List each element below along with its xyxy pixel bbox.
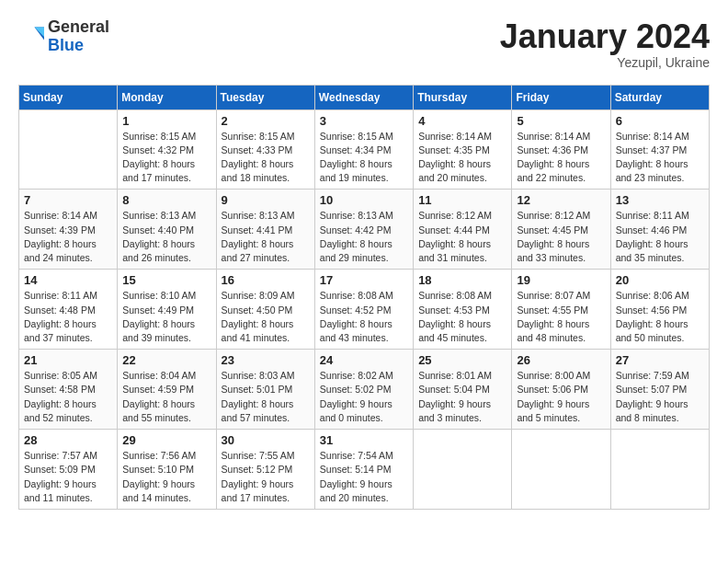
day-number: 24	[320, 353, 408, 367]
day-info: Sunrise: 8:12 AMSunset: 4:45 PMDaylight:…	[517, 209, 605, 265]
calendar-header-row: SundayMondayTuesdayWednesdayThursdayFrid…	[19, 85, 710, 109]
weekday-header: Thursday	[414, 85, 512, 109]
calendar-cell: 2Sunrise: 8:15 AMSunset: 4:33 PMDaylight…	[216, 109, 314, 190]
day-info: Sunrise: 7:59 AMSunset: 5:07 PMDaylight:…	[616, 369, 704, 425]
day-number: 6	[616, 114, 704, 128]
day-number: 17	[320, 273, 408, 287]
calendar-week-row: 28Sunrise: 7:57 AMSunset: 5:09 PMDayligh…	[19, 430, 710, 510]
day-info: Sunrise: 8:15 AMSunset: 4:33 PMDaylight:…	[222, 130, 310, 186]
calendar-cell: 23Sunrise: 8:03 AMSunset: 5:01 PMDayligh…	[216, 350, 314, 430]
day-info: Sunrise: 8:08 AMSunset: 4:52 PMDaylight:…	[320, 289, 408, 345]
calendar-table: SundayMondayTuesdayWednesdayThursdayFrid…	[18, 85, 710, 510]
day-info: Sunrise: 8:13 AMSunset: 4:42 PMDaylight:…	[320, 209, 408, 265]
day-number: 27	[616, 353, 704, 367]
calendar-cell: 27Sunrise: 7:59 AMSunset: 5:07 PMDayligh…	[610, 350, 709, 430]
month-year-title: January 2024	[500, 18, 710, 55]
calendar-cell: 30Sunrise: 7:55 AMSunset: 5:12 PMDayligh…	[216, 430, 314, 510]
day-number: 9	[222, 193, 310, 207]
day-info: Sunrise: 8:00 AMSunset: 5:06 PMDaylight:…	[517, 369, 605, 425]
weekday-header: Saturday	[610, 85, 709, 109]
calendar-cell: 31Sunrise: 7:54 AMSunset: 5:14 PMDayligh…	[314, 430, 413, 510]
day-number: 12	[517, 193, 605, 207]
day-number: 28	[24, 433, 112, 447]
day-number: 1	[122, 114, 210, 128]
calendar-week-row: 14Sunrise: 8:11 AMSunset: 4:48 PMDayligh…	[19, 270, 710, 350]
calendar-cell	[414, 430, 512, 510]
calendar-cell: 17Sunrise: 8:08 AMSunset: 4:52 PMDayligh…	[314, 270, 413, 350]
calendar-cell: 20Sunrise: 8:06 AMSunset: 4:56 PMDayligh…	[610, 270, 709, 350]
calendar-cell: 19Sunrise: 8:07 AMSunset: 4:55 PMDayligh…	[512, 270, 610, 350]
day-number: 8	[122, 193, 210, 207]
day-info: Sunrise: 8:13 AMSunset: 4:40 PMDaylight:…	[122, 209, 210, 265]
calendar-week-row: 1Sunrise: 8:15 AMSunset: 4:32 PMDaylight…	[19, 109, 710, 190]
weekday-header: Monday	[118, 85, 216, 109]
page-header: General Blue January 2024 Yezupil, Ukrai…	[18, 18, 710, 70]
day-info: Sunrise: 7:54 AMSunset: 5:14 PMDaylight:…	[320, 449, 408, 505]
day-info: Sunrise: 8:11 AMSunset: 4:48 PMDaylight:…	[24, 289, 112, 345]
day-info: Sunrise: 8:02 AMSunset: 5:02 PMDaylight:…	[320, 369, 408, 425]
day-info: Sunrise: 8:07 AMSunset: 4:55 PMDaylight:…	[517, 289, 605, 345]
day-number: 10	[320, 193, 408, 207]
day-info: Sunrise: 8:14 AMSunset: 4:39 PMDaylight:…	[24, 209, 112, 265]
calendar-cell: 14Sunrise: 8:11 AMSunset: 4:48 PMDayligh…	[19, 270, 118, 350]
weekday-header: Friday	[512, 85, 610, 109]
calendar-cell: 16Sunrise: 8:09 AMSunset: 4:50 PMDayligh…	[216, 270, 314, 350]
calendar-cell: 24Sunrise: 8:02 AMSunset: 5:02 PMDayligh…	[314, 350, 413, 430]
day-info: Sunrise: 8:09 AMSunset: 4:50 PMDaylight:…	[222, 289, 310, 345]
weekday-header: Tuesday	[216, 85, 314, 109]
calendar-cell	[512, 430, 610, 510]
calendar-week-row: 7Sunrise: 8:14 AMSunset: 4:39 PMDaylight…	[19, 190, 710, 270]
calendar-cell: 5Sunrise: 8:14 AMSunset: 4:36 PMDaylight…	[512, 109, 610, 190]
day-info: Sunrise: 8:08 AMSunset: 4:53 PMDaylight:…	[418, 289, 506, 345]
day-number: 18	[418, 273, 506, 287]
day-info: Sunrise: 8:03 AMSunset: 5:01 PMDaylight:…	[222, 369, 310, 425]
weekday-header: Sunday	[19, 85, 118, 109]
calendar-cell: 13Sunrise: 8:11 AMSunset: 4:46 PMDayligh…	[610, 190, 709, 270]
calendar-cell	[19, 109, 118, 190]
calendar-cell: 12Sunrise: 8:12 AMSunset: 4:45 PMDayligh…	[512, 190, 610, 270]
day-number: 13	[616, 193, 704, 207]
calendar-cell: 1Sunrise: 8:15 AMSunset: 4:32 PMDaylight…	[118, 109, 216, 190]
day-number: 23	[222, 353, 310, 367]
day-info: Sunrise: 8:14 AMSunset: 4:35 PMDaylight:…	[418, 130, 506, 186]
day-info: Sunrise: 8:14 AMSunset: 4:36 PMDaylight:…	[517, 130, 605, 186]
day-number: 21	[24, 353, 112, 367]
calendar-cell: 9Sunrise: 8:13 AMSunset: 4:41 PMDaylight…	[216, 190, 314, 270]
calendar-cell: 4Sunrise: 8:14 AMSunset: 4:35 PMDaylight…	[414, 109, 512, 190]
calendar-cell: 3Sunrise: 8:15 AMSunset: 4:34 PMDaylight…	[314, 109, 413, 190]
day-number: 3	[320, 114, 408, 128]
day-number: 11	[418, 193, 506, 207]
day-number: 5	[517, 114, 605, 128]
day-info: Sunrise: 8:11 AMSunset: 4:46 PMDaylight:…	[616, 209, 704, 265]
day-number: 4	[418, 114, 506, 128]
calendar-cell: 21Sunrise: 8:05 AMSunset: 4:58 PMDayligh…	[19, 350, 118, 430]
day-info: Sunrise: 8:05 AMSunset: 4:58 PMDaylight:…	[24, 369, 112, 425]
calendar-week-row: 21Sunrise: 8:05 AMSunset: 4:58 PMDayligh…	[19, 350, 710, 430]
day-info: Sunrise: 8:04 AMSunset: 4:59 PMDaylight:…	[122, 369, 210, 425]
calendar-cell: 29Sunrise: 7:56 AMSunset: 5:10 PMDayligh…	[118, 430, 216, 510]
calendar-cell: 8Sunrise: 8:13 AMSunset: 4:40 PMDaylight…	[118, 190, 216, 270]
day-number: 29	[122, 433, 210, 447]
day-number: 7	[24, 193, 112, 207]
day-number: 14	[24, 273, 112, 287]
day-info: Sunrise: 8:15 AMSunset: 4:34 PMDaylight:…	[320, 130, 408, 186]
day-info: Sunrise: 8:14 AMSunset: 4:37 PMDaylight:…	[616, 130, 704, 186]
calendar-cell	[610, 430, 709, 510]
day-info: Sunrise: 8:12 AMSunset: 4:44 PMDaylight:…	[418, 209, 506, 265]
logo-text: General Blue	[48, 18, 109, 55]
day-number: 30	[222, 433, 310, 447]
day-number: 26	[517, 353, 605, 367]
day-number: 16	[222, 273, 310, 287]
calendar-cell: 25Sunrise: 8:01 AMSunset: 5:04 PMDayligh…	[414, 350, 512, 430]
title-block: January 2024 Yezupil, Ukraine	[500, 18, 710, 70]
calendar-cell: 11Sunrise: 8:12 AMSunset: 4:44 PMDayligh…	[414, 190, 512, 270]
day-number: 2	[222, 114, 310, 128]
calendar-cell: 10Sunrise: 8:13 AMSunset: 4:42 PMDayligh…	[314, 190, 413, 270]
day-number: 31	[320, 433, 408, 447]
day-info: Sunrise: 8:13 AMSunset: 4:41 PMDaylight:…	[222, 209, 310, 265]
day-info: Sunrise: 8:06 AMSunset: 4:56 PMDaylight:…	[616, 289, 704, 345]
day-number: 19	[517, 273, 605, 287]
svg-marker-1	[35, 27, 45, 37]
day-info: Sunrise: 7:56 AMSunset: 5:10 PMDaylight:…	[122, 449, 210, 505]
day-info: Sunrise: 8:10 AMSunset: 4:49 PMDaylight:…	[122, 289, 210, 345]
